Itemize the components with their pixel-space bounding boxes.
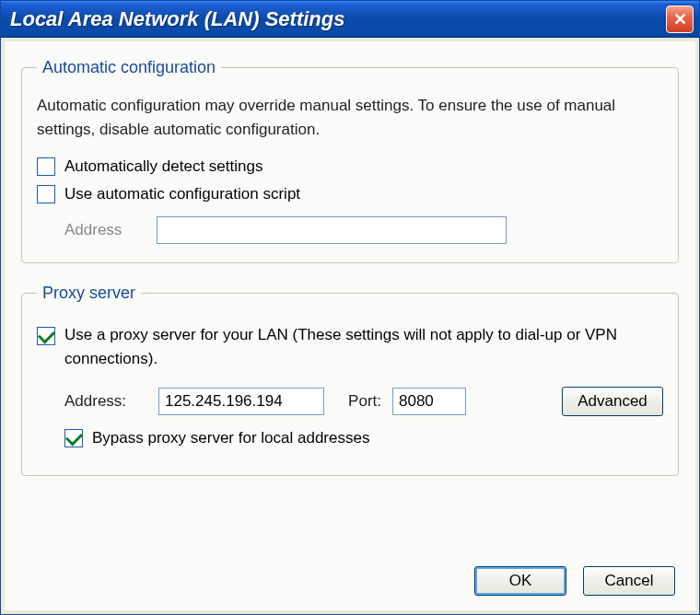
bypass-checkbox[interactable] xyxy=(64,429,83,447)
script-address-input xyxy=(157,216,507,244)
dialog-body: Automatic configuration Automatic config… xyxy=(5,41,695,610)
use-proxy-label[interactable]: Use a proxy server for your LAN (These s… xyxy=(64,323,663,370)
cancel-button[interactable]: Cancel xyxy=(583,566,675,596)
auto-detect-checkbox[interactable] xyxy=(37,157,55,176)
proxy-port-input[interactable] xyxy=(392,388,466,415)
script-address-label: Address xyxy=(64,221,147,239)
use-script-row: Use automatic configuration script xyxy=(37,185,663,203)
titlebar: Local Area Network (LAN) Settings ✕ xyxy=(1,1,699,38)
close-icon: ✕ xyxy=(673,9,687,29)
proxy-server-group: Proxy server Use a proxy server for your… xyxy=(21,284,679,476)
use-script-label[interactable]: Use automatic configuration script xyxy=(64,185,300,203)
advanced-button[interactable]: Advanced xyxy=(562,387,663,416)
use-script-checkbox[interactable] xyxy=(37,185,55,203)
proxy-server-legend: Proxy server xyxy=(37,284,141,303)
lan-settings-window: Local Area Network (LAN) Settings ✕ Auto… xyxy=(0,0,700,615)
proxy-address-label: Address: xyxy=(64,392,147,411)
ok-button[interactable]: OK xyxy=(474,566,566,596)
bypass-row: Bypass proxy server for local addresses xyxy=(64,429,663,447)
window-title: Local Area Network (LAN) Settings xyxy=(10,7,344,31)
bypass-label[interactable]: Bypass proxy server for local addresses xyxy=(92,429,369,447)
script-address-row: Address xyxy=(64,216,663,244)
proxy-port-label: Port: xyxy=(335,392,381,411)
use-proxy-row: Use a proxy server for your LAN (These s… xyxy=(37,323,663,370)
automatic-configuration-group: Automatic configuration Automatic config… xyxy=(21,58,679,263)
close-button[interactable]: ✕ xyxy=(666,6,694,33)
auto-config-description: Automatic configuration may override man… xyxy=(37,94,663,141)
use-proxy-checkbox[interactable] xyxy=(37,327,55,345)
auto-detect-label[interactable]: Automatically detect settings xyxy=(64,157,262,176)
proxy-address-input[interactable] xyxy=(158,388,324,415)
button-bar: OK Cancel xyxy=(21,561,679,598)
auto-detect-row: Automatically detect settings xyxy=(37,157,663,176)
automatic-configuration-legend: Automatic configuration xyxy=(37,58,221,77)
proxy-address-row: Address: Port: Advanced xyxy=(64,387,663,416)
